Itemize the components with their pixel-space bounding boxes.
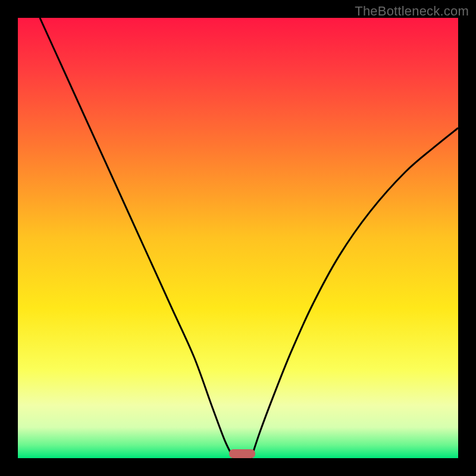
watermark-text: TheBottleneck.com [355,4,469,19]
curve-right-branch [251,128,458,458]
optimal-marker [229,449,255,458]
plot-area [18,18,458,458]
chart-frame: TheBottleneck.com [0,0,476,476]
curve-left-branch [40,18,234,458]
curve-layer [18,18,458,458]
